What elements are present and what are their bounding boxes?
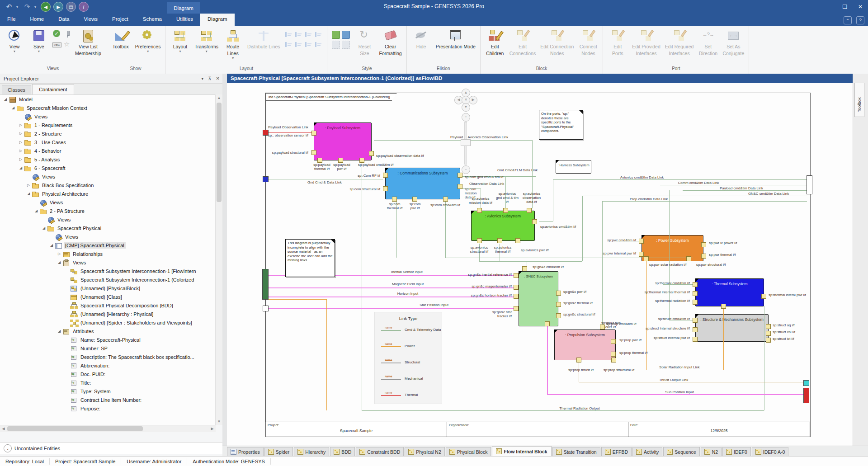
maximize-button[interactable]: ❏: [837, 0, 853, 14]
boundary-port[interactable]: [803, 380, 809, 386]
diagram-canvas[interactable]: ▲◀✕▶▼+−ibd Spacecraft-Physical [Spacecra…: [227, 83, 853, 446]
port[interactable]: [701, 254, 706, 259]
port[interactable]: [644, 256, 649, 261]
view-tab-bdd[interactable]: BDD: [330, 447, 355, 456]
menu-tab-file[interactable]: File: [0, 14, 23, 26]
menu-tab-data[interactable]: Data: [51, 14, 76, 26]
port[interactable]: [693, 291, 698, 296]
port[interactable]: [392, 197, 397, 202]
expander-icon[interactable]: ◢: [57, 329, 62, 333]
port[interactable]: [527, 208, 532, 213]
chevron-down-icon[interactable]: ⌄: [4, 444, 12, 452]
port[interactable]: [556, 291, 561, 296]
tree-item[interactable]: ◢Physical Architecture: [0, 189, 216, 198]
pan-down-button[interactable]: ▼: [462, 103, 470, 112]
block-harness-subsystem[interactable]: : Harness Subsystem: [556, 160, 591, 174]
pan-right-button[interactable]: ▶: [469, 96, 477, 104]
view-tab-activity[interactable]: Activity: [632, 447, 662, 456]
menu-tab-diagram[interactable]: Diagram: [200, 14, 234, 26]
boundary-port[interactable]: [263, 306, 269, 311]
dropdown-icon[interactable]: ▾: [201, 74, 203, 84]
view-tab-constraint-bdd[interactable]: Constraint BDD: [356, 447, 404, 456]
tree-item[interactable]: ▷2 - Structure: [0, 129, 216, 138]
preferences-button[interactable]: Preferences▼: [133, 28, 163, 54]
view-tab-physical-n2[interactable]: Physical N2: [405, 447, 444, 456]
view-tab-state-transition[interactable]: State Transition: [552, 447, 600, 456]
scroll-left-icon[interactable]: ◀: [0, 425, 7, 432]
port[interactable]: [693, 318, 698, 323]
style-icon[interactable]: [342, 41, 350, 49]
tree-item[interactable]: Views: [0, 112, 216, 121]
zoom-in-button[interactable]: +: [462, 113, 470, 122]
style-icon[interactable]: [332, 41, 340, 49]
port[interactable]: [477, 208, 482, 213]
boundary-port[interactable]: [803, 388, 809, 403]
tree-item[interactable]: Number: SP: [0, 344, 216, 353]
tree-item[interactable]: ▷5 - Analysis: [0, 155, 216, 164]
port[interactable]: [383, 173, 388, 178]
zoom-out-button[interactable]: −: [462, 165, 470, 174]
block-thermal-subsystem[interactable]: : Thermal Subsystem: [695, 278, 764, 306]
port[interactable]: [611, 352, 616, 357]
port[interactable]: [317, 158, 322, 163]
tree-item[interactable]: ◢6 - Spacecraft: [0, 164, 216, 172]
port[interactable]: [311, 131, 316, 136]
star-icon[interactable]: [63, 41, 71, 49]
tree-item[interactable]: ◢Views: [0, 258, 216, 267]
port[interactable]: [338, 158, 343, 163]
tree-item[interactable]: ◢2 - PA Structure: [0, 207, 216, 215]
collapse-ribbon-icon[interactable]: ⌃: [844, 16, 852, 24]
port[interactable]: [556, 302, 561, 307]
port[interactable]: [359, 158, 364, 163]
menu-tab-views[interactable]: Views: [77, 14, 105, 26]
port[interactable]: [576, 358, 581, 362]
expander-icon[interactable]: ▷: [18, 149, 24, 153]
port[interactable]: [514, 273, 519, 278]
port[interactable]: [514, 306, 519, 311]
toolbox-tab[interactable]: Toolbox: [854, 83, 864, 117]
port[interactable]: [458, 173, 462, 178]
scroll-up-icon[interactable]: ▲: [216, 94, 222, 101]
port[interactable]: [600, 325, 605, 329]
expander-icon[interactable]: ◢: [57, 260, 62, 264]
tree-item[interactable]: (Unnamed) [Hierarchy : Physical]: [0, 310, 216, 318]
presentation-mode-button[interactable]: Presentation Mode: [434, 28, 477, 50]
tree-item[interactable]: Title:: [0, 378, 216, 387]
tree-item[interactable]: Spacecraft Physical Decomposition [BDD]: [0, 301, 216, 310]
tree-item[interactable]: (Unnamed) [Spider : Stakeholders and Vie…: [0, 318, 216, 327]
clear-formatting-button[interactable]: ClearFormatting: [377, 28, 403, 57]
tree-item[interactable]: ◢Model: [0, 95, 216, 104]
view-tab-sequence[interactable]: Sequence: [663, 447, 699, 456]
save-button[interactable]: Save▼: [27, 28, 51, 54]
toolbox-button[interactable]: Toolbox: [109, 28, 132, 50]
tree-item[interactable]: ◢Spacecraft Mission Context: [0, 104, 216, 112]
port[interactable]: [497, 238, 502, 243]
minimize-button[interactable]: –: [822, 0, 837, 14]
scroll-down-icon[interactable]: ▼: [216, 418, 222, 425]
explorer-tab-classes[interactable]: Classes: [2, 85, 31, 94]
zoom-slider-thumb[interactable]: [461, 139, 471, 146]
edit-children-button[interactable]: EditChildren: [483, 28, 507, 57]
view-tab-idef0[interactable]: IDEF0: [722, 447, 751, 456]
port[interactable]: [514, 294, 519, 299]
block-avionics-subsystem[interactable]: : Avionics Subsystem: [471, 211, 535, 241]
scrollbar-thumb[interactable]: [217, 103, 222, 202]
port[interactable]: [639, 252, 644, 257]
boundary-port[interactable]: [263, 176, 269, 182]
view-button[interactable]: View▼: [3, 28, 26, 54]
check-icon[interactable]: [52, 30, 61, 38]
port[interactable]: [611, 339, 616, 344]
abc-icon[interactable]: [52, 41, 61, 49]
boundary-port[interactable]: [807, 175, 812, 194]
tree-item[interactable]: Name: Spacecraft-Physical: [0, 335, 216, 344]
block-payload-subsystem[interactable]: : Payload Subsystem: [314, 122, 372, 160]
port[interactable]: [693, 337, 698, 342]
view-tab-spider[interactable]: Spider: [264, 447, 293, 456]
transforms-button[interactable]: Transforms▼: [193, 28, 220, 54]
layout-button[interactable]: Layout▼: [168, 28, 192, 54]
uncontained-entities-bar[interactable]: ⌄ Uncontained Entities: [0, 442, 222, 454]
port[interactable]: [766, 331, 771, 336]
port[interactable]: [532, 219, 537, 224]
port[interactable]: [503, 208, 508, 213]
tree-item[interactable]: Type: System: [0, 387, 216, 395]
